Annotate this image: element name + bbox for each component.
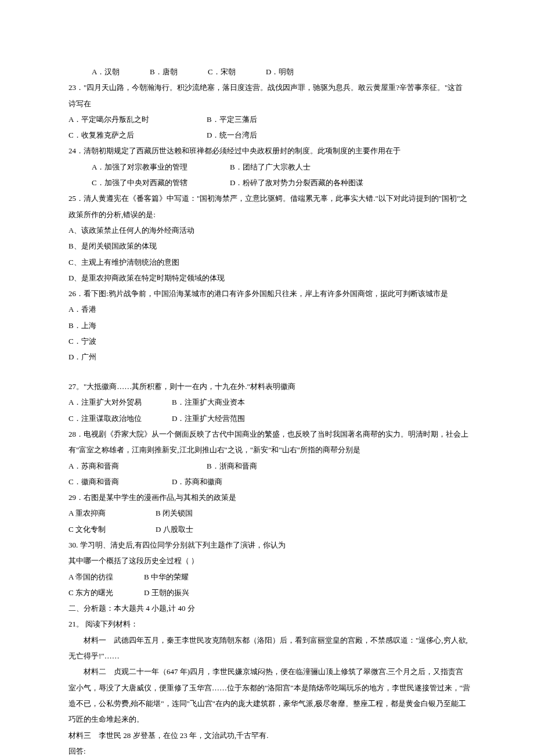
- option-b: B 中华的荣耀: [144, 569, 189, 585]
- option-b: B．注重扩大商业资本: [172, 394, 245, 410]
- q25-c: C、主观上有维护清朝统治的意图: [68, 254, 470, 270]
- option-b: B．平定三藩后: [207, 111, 257, 127]
- option-a: A．注重扩大对外贸易: [68, 394, 172, 410]
- q25-d: D、是重农抑商政策在特定时期特定领域的体现: [68, 270, 470, 286]
- q27-stem: 27。"大抵徽商……其所积蓄，则十一在内，十九在外."材料表明徽商: [68, 379, 470, 394]
- q28-stem: 28．电视剧《乔家大院》从一个侧面反映了古代中国商业的繁盛，也反映了当时我国著名…: [68, 426, 470, 458]
- option-d: D．统一台湾后: [207, 127, 257, 143]
- option-c: C 文化专制: [68, 521, 156, 537]
- option-c: C．宋朝: [208, 64, 266, 80]
- q26-b: B．上海: [68, 318, 470, 333]
- q26-c: C．宁波: [68, 333, 470, 349]
- option-c: C 东方的曙光: [68, 585, 144, 600]
- answer-prompt: 回答:: [68, 743, 470, 756]
- option-c: C．加强了中央对西藏的管辖: [68, 175, 230, 190]
- option-b: B．团结了广大宗教人士: [230, 159, 311, 175]
- option-b: B．浙商和晋商: [172, 458, 257, 474]
- option-d: D．注重扩大经营范围: [172, 411, 245, 426]
- q29-row1: A 重农抑商 B 闭关锁国: [68, 505, 470, 521]
- q23-row1: A．平定噶尔丹叛乱之时 B．平定三藩后: [68, 111, 470, 127]
- q29-stem: 29．右图是某中学生的漫画作品,与其相关的政策是: [68, 489, 470, 505]
- option-b: B 闭关锁国: [156, 505, 193, 521]
- q23-stem: 23．"四月天山路，今朝瀚海行。积沙流绝塞，落日度连营。战伐因声罪，驰驱为息兵。…: [68, 80, 470, 111]
- option-a: A 帝国的彷徨: [68, 569, 144, 585]
- option-a: A．平定噶尔丹叛乱之时: [68, 111, 207, 127]
- option-c: C．徽商和晋商: [68, 474, 172, 489]
- q25-stem: 25．清人黄遵宪在《番客篇》中写道："国初海禁严，立意比驱鳄。借端累无辜，此事实…: [68, 190, 470, 222]
- option-a: A．苏商和晋商: [68, 458, 172, 474]
- q23-row2: C．收复雅克萨之后 D．统一台湾后: [68, 127, 470, 143]
- q22-options: A．汉朝 B．唐朝 C．宋朝 D．明朝: [68, 64, 470, 80]
- material-2: 材料二 贞观二十一年（647 年)四月，李世民嫌京城闷热，便在临潼骊山顶上修筑了…: [68, 664, 470, 727]
- q27-row2: C．注重谋取政治地位 D．注重扩大经营范围: [68, 411, 470, 426]
- q30-stem1: 30. 学习明、清史后,有四位同学分别就下列主题作了演讲，你认为: [68, 537, 470, 553]
- q30-stem2: 其中哪一个概括了这段历史全过程（ ）: [68, 553, 470, 568]
- option-d: D 八股取士: [156, 521, 193, 537]
- section2-heading: 二、分析题：本大题共 4 小题,计 40 分: [68, 600, 470, 616]
- option-a: A 重农抑商: [68, 505, 156, 521]
- q25-b: B、是闭关锁国政策的体现: [68, 238, 470, 254]
- option-d: D．苏商和徽商: [172, 474, 222, 489]
- q27-row1: A．注重扩大对外贸易 B．注重扩大商业资本: [68, 394, 470, 410]
- option-c: C．注重谋取政治地位: [68, 411, 172, 426]
- material-1: 材料一 武德四年五月，秦王李世民攻克隋朝东都（洛阳）后，看到富丽堂皇的宫殿，不禁…: [68, 632, 470, 664]
- option-a: A．加强了对宗教事业的管理: [68, 159, 230, 175]
- option-d: D 王朝的振兴: [144, 585, 189, 600]
- q25-a: A、该政策禁止任何人的海外经商活动: [68, 222, 470, 238]
- q30-row1: A 帝国的彷徨 B 中华的荣耀: [68, 569, 470, 585]
- material-3: 材料三 李世民 28 岁登基，在位 23 年，文治武功,千古罕有.: [68, 728, 470, 743]
- page-content: A．汉朝 B．唐朝 C．宋朝 D．明朝 23．"四月天山路，今朝瀚海行。积沙流绝…: [0, 0, 534, 756]
- option-a: A．汉朝: [92, 64, 150, 80]
- option-d: D．粉碎了敌对势力分裂西藏的各种图谋: [230, 175, 363, 190]
- q30-row2: C 东方的曙光 D 王朝的振兴: [68, 585, 470, 600]
- q24-row2: C．加强了中央对西藏的管辖 D．粉碎了敌对势力分裂西藏的各种图谋: [68, 175, 470, 190]
- option-d: D．明朝: [266, 64, 324, 80]
- q26-stem: 26．看下图:鸦片战争前，中国沿海某城市的港口有许多外国船只往来，岸上有许多外国…: [68, 286, 470, 301]
- q26-d: D．广州: [68, 349, 470, 365]
- q21-num: 21。 阅读下列材料：: [68, 616, 470, 632]
- q28-row1: A．苏商和晋商 B．浙商和晋商: [68, 458, 470, 474]
- q24-stem: 24．清朝初期规定了西藏历世达赖和班禅都必须经过中央政权册封的制度。此项制度的主…: [68, 143, 470, 159]
- spacer: [68, 365, 470, 379]
- q28-row2: C．徽商和晋商 D．苏商和徽商: [68, 474, 470, 489]
- q29-row2: C 文化专制 D 八股取士: [68, 521, 470, 537]
- q26-a: A．香港: [68, 301, 470, 317]
- q24-row1: A．加强了对宗教事业的管理 B．团结了广大宗教人士: [68, 159, 470, 175]
- option-b: B．唐朝: [150, 64, 208, 80]
- option-c: C．收复雅克萨之后: [68, 127, 207, 143]
